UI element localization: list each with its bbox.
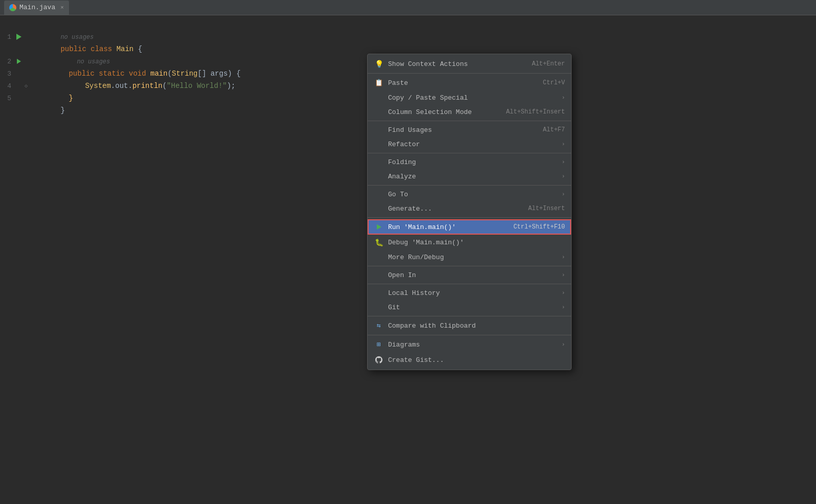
context-menu: 💡 Show Context Actions Alt+Enter 📋 Paste… [367, 54, 572, 370]
menu-item-run-main[interactable]: Run 'Main.main()' Ctrl+Shift+F10 [368, 219, 571, 235]
type-string: String [172, 70, 197, 78]
compare-clipboard-label: Compare with Clipboard [388, 322, 565, 330]
show-context-actions-shortcut: Alt+Enter [532, 60, 565, 67]
open-in-arrow: › [561, 272, 565, 278]
menu-item-show-context-actions[interactable]: 💡 Show Context Actions Alt+Enter [368, 56, 571, 72]
java-icon [9, 4, 16, 11]
field-out: out [115, 82, 128, 90]
show-context-actions-label: Show Context Actions [388, 60, 524, 68]
column-selection-label: Column Selection Mode [388, 108, 498, 116]
fold-5 [22, 95, 30, 102]
fold-1[interactable] [22, 33, 30, 40]
menu-item-diagrams[interactable]: ⊞ Diagrams › [368, 337, 571, 352]
debug-main-label: Debug 'Main.main()' [388, 239, 565, 246]
space-args [206, 70, 210, 78]
editor-gutter: 1 2 3 4 ◇ [0, 15, 31, 504]
go-to-arrow: › [561, 191, 565, 197]
line-num-5: 5 [0, 95, 15, 102]
tab-title: Main.java [19, 4, 55, 11]
menu-item-folding[interactable]: Folding › [368, 155, 571, 169]
fold-2[interactable] [22, 58, 30, 65]
menu-item-refactor[interactable]: Refactor › [368, 137, 571, 151]
separator-9 [368, 335, 571, 335]
github-icon [374, 355, 384, 365]
run-btn-2[interactable] [15, 58, 22, 65]
separator-7 [368, 284, 571, 284]
class-system: System [85, 82, 110, 90]
gutter-row-1: 1 [0, 31, 31, 43]
line-num-3: 3 [0, 70, 15, 78]
menu-item-git[interactable]: Git › [368, 300, 571, 314]
fold-empty1 [22, 21, 30, 28]
menu-item-analyze[interactable]: Analyze › [368, 169, 571, 184]
menu-item-find-usages[interactable]: Find Usages Alt+F7 [368, 123, 571, 137]
gutter-row-2: 2 [0, 55, 31, 67]
menu-item-copy-paste-special[interactable]: Copy / Paste Special › [368, 90, 571, 105]
brace-open-1: { [133, 45, 142, 53]
method-println: println [132, 82, 163, 90]
menu-item-debug-main[interactable]: 🐛 Debug 'Main.main()' [368, 235, 571, 250]
hint-no-usages-2: no usages [60, 58, 110, 65]
code-hint-1: no usages [31, 18, 816, 31]
local-history-label: Local History [388, 289, 557, 297]
run-btn-3 [15, 70, 22, 77]
separator-8 [368, 316, 571, 316]
fold-4[interactable]: ◇ [22, 82, 30, 89]
fold-empty2 [22, 45, 30, 53]
separator-6 [368, 266, 571, 266]
find-usages-shortcut: Alt+F7 [543, 126, 565, 133]
separator-3 [368, 153, 571, 153]
menu-item-compare-with-clipboard[interactable]: ⇆ Compare with Clipboard [368, 318, 571, 333]
diagrams-arrow: › [561, 341, 565, 348]
run-main-shortcut: Ctrl+Shift+F10 [513, 223, 565, 231]
dot-1: . [111, 82, 115, 90]
brackets: [] [198, 70, 207, 78]
keyword-public-1: public [60, 45, 90, 53]
gutter-row-4: 4 ◇ [0, 80, 31, 92]
create-gist-label: Create Gist... [388, 356, 565, 364]
menu-item-more-run-debug[interactable]: More Run/Debug › [368, 250, 571, 264]
refactor-label: Refactor [388, 141, 557, 148]
bulb-icon: 💡 [374, 59, 384, 69]
menu-item-generate[interactable]: Generate... Alt+Insert [368, 201, 571, 216]
git-label: Git [388, 304, 557, 311]
menu-item-go-to[interactable]: Go To › [368, 187, 571, 201]
separator-1 [368, 73, 571, 74]
menu-item-paste[interactable]: 📋 Paste Ctrl+V [368, 75, 571, 90]
run-triangle-small-icon [17, 59, 21, 64]
run-icon [374, 222, 384, 232]
title-bar: Main.java × [0, 0, 816, 15]
git-arrow: › [561, 304, 565, 310]
brace-close-inner: } [69, 94, 73, 102]
menu-item-open-in[interactable]: Open In › [368, 268, 571, 282]
diagrams-icon: ⊞ [374, 339, 384, 350]
copy-paste-special-label: Copy / Paste Special [388, 94, 557, 102]
paren-open-2: ( [163, 82, 167, 90]
tab-close-button[interactable]: × [60, 5, 64, 11]
menu-item-local-history[interactable]: Local History › [368, 286, 571, 300]
keyword-static: static [99, 70, 129, 78]
find-usages-label: Find Usages [388, 126, 535, 134]
menu-item-column-selection-mode[interactable]: Column Selection Mode Alt+Shift+Insert [368, 105, 571, 119]
gutter-row-3: 3 [0, 67, 31, 80]
generate-label: Generate... [388, 205, 520, 213]
paste-shortcut: Ctrl+V [543, 79, 565, 86]
generate-shortcut: Alt+Insert [528, 205, 565, 212]
debug-icon: 🐛 [374, 237, 384, 247]
param-args: args [211, 70, 228, 78]
menu-item-create-gist[interactable]: Create Gist... [368, 352, 571, 368]
keyword-void: void [129, 70, 150, 78]
editor-tab[interactable]: Main.java × [4, 1, 69, 15]
run-btn-1[interactable] [15, 33, 22, 40]
dot-2: . [128, 82, 132, 90]
string-hello: "Hello World!" [167, 82, 227, 90]
run-main-label: Run 'Main.main()' [388, 223, 505, 231]
method-main: main [150, 70, 168, 78]
hint-no-usages-1: no usages [60, 34, 94, 41]
paren-close: ) { [228, 70, 240, 78]
run-btn-4 [15, 82, 22, 89]
run-btn-5 [15, 95, 22, 102]
code-line-1: public class Main { [31, 31, 816, 43]
folding-arrow: › [561, 159, 565, 165]
class-name-main: Main [117, 45, 134, 53]
